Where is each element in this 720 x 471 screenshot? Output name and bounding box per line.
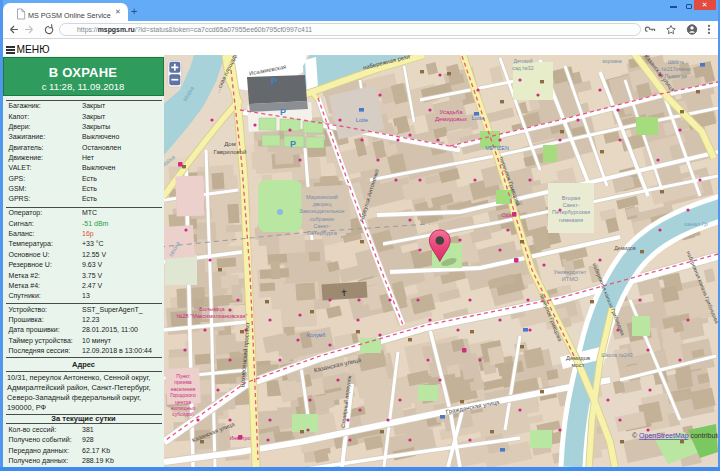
svg-text:P: P (290, 139, 296, 149)
svg-text:© OpenStreetMap contributors: © OpenStreetMap contributors (632, 432, 718, 440)
svg-text:№28 "Максимилиановская": №28 "Максимилиановская" (176, 313, 247, 319)
svg-text:Инвитро: Инвитро (229, 435, 250, 441)
svg-text:жилищных: жилищных (171, 405, 196, 411)
svg-text:Дом: Дом (224, 141, 236, 147)
svg-text:населения: населения (171, 386, 196, 392)
svg-text:Вторая: Вторая (562, 195, 580, 201)
svg-text:Городского: Городского (170, 392, 196, 398)
svg-text:Школа: Школа (668, 59, 684, 65)
svg-text:Санкт-: Санкт- (562, 202, 579, 208)
svg-text:Школа №243: Школа №243 (601, 352, 633, 358)
svg-text:Одас: Одас (502, 212, 515, 218)
svg-text:центра: центра (175, 399, 191, 405)
svg-text:Университет: Университет (554, 269, 587, 275)
svg-text:Петербурга: Петербурга (307, 230, 338, 236)
svg-text:P: P (271, 76, 277, 86)
svg-text:приема: приема (174, 379, 191, 385)
svg-text:Усадьба: Усадьба (439, 109, 463, 115)
svg-text:Детский: Детский (513, 58, 532, 64)
svg-text:Колумб: Колумб (307, 332, 326, 338)
svg-text:Демидов: Демидов (566, 355, 590, 361)
svg-text:субсидий: субсидий (172, 411, 194, 417)
svg-text:собрание: собрание (310, 216, 335, 222)
svg-text:Гавриловой: Гавриловой (214, 149, 247, 155)
svg-text:Мариинский: Мариинский (306, 194, 338, 200)
svg-text:канал Гр: канал Гр (684, 221, 708, 227)
svg-text:корзана: корзана (602, 58, 621, 64)
svg-text:Больница: Больница (199, 306, 225, 312)
svg-text:Санкт-: Санкт- (313, 223, 330, 229)
svg-text:мост: мост (572, 362, 585, 368)
svg-text:✝: ✝ (340, 288, 348, 299)
svg-text:Lotte: Lotte (356, 117, 368, 123)
svg-text:Петербургская: Петербургская (552, 209, 590, 215)
svg-text:Пьеро де: Пьеро де (665, 73, 688, 79)
svg-text:сад №32: сад №32 (512, 65, 533, 71)
svg-text:Lotte: Lotte (472, 115, 484, 121)
svg-text:Законодательное: Законодательное (299, 208, 344, 214)
svg-text:ИТМО: ИТМО (562, 276, 579, 282)
svg-text:№217имени: №217имени (661, 66, 690, 72)
svg-text:P: P (280, 107, 286, 117)
svg-text:гимназия: гимназия (559, 217, 583, 223)
svg-text:Демидов: Демидов (614, 245, 636, 251)
svg-text:Пункт: Пункт (176, 373, 190, 379)
svg-text:Демидовых: Демидовых (435, 116, 467, 122)
svg-text:METIZEN: METIZEN (485, 145, 509, 151)
svg-text:дворец: дворец (313, 201, 333, 207)
